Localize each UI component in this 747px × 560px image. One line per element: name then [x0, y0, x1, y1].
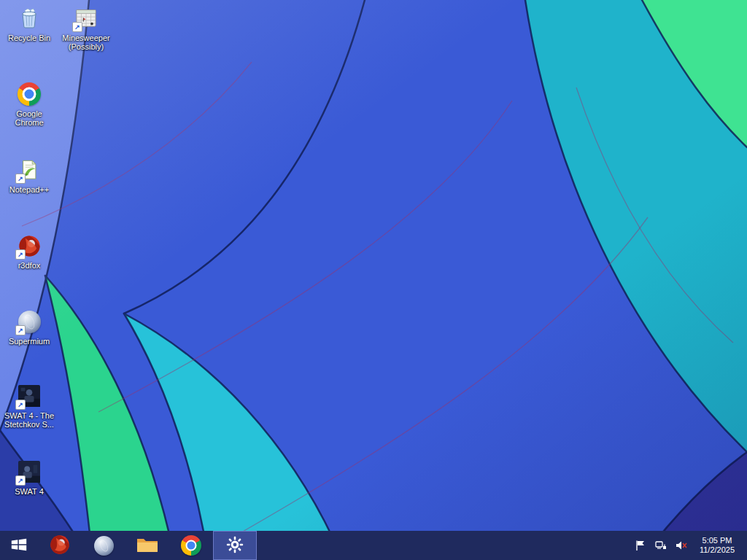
taskbar-clock[interactable]: 5:05 PM 11/2/2025 [694, 536, 740, 555]
desktop-icon-r3dfox[interactable]: ↗ r3dfox [1, 233, 57, 270]
taskbar-item-chrome[interactable] [169, 531, 213, 560]
desktop-icon-label: Minesweeper (Possibly) [59, 34, 113, 51]
desktop-icon-label: r3dfox [18, 261, 41, 270]
volume-muted-icon[interactable] [674, 531, 689, 560]
wallpaper-balloon [0, 0, 747, 560]
shortcut-arrow-icon: ↗ [72, 22, 82, 32]
shortcut-arrow-icon: ↗ [15, 174, 26, 184]
minesweeper-icon: ↗ [74, 6, 98, 31]
settings-gear-icon [226, 536, 244, 556]
shortcut-arrow-icon: ↗ [15, 475, 26, 486]
taskbar-item-settings[interactable] [213, 531, 257, 560]
chrome-icon [181, 535, 201, 556]
desktop-icon-minesweeper[interactable]: ↗ Minesweeper (Possibly) [58, 6, 114, 51]
supermium-globe-icon [94, 536, 114, 556]
taskbar-item-file-explorer[interactable] [125, 531, 169, 560]
windows-logo-icon [9, 535, 28, 556]
desktop-icon-label: SWAT 4 [15, 487, 44, 496]
action-center-flag-icon[interactable] [633, 531, 648, 560]
notepad-plus-plus-icon: ↗ [17, 158, 42, 182]
chrome-icon [17, 82, 42, 106]
taskbar-item-r3dfox[interactable] [38, 531, 82, 560]
file-explorer-folder-icon [136, 536, 158, 556]
desktop-icon-google-chrome[interactable]: Google Chrome [1, 82, 57, 127]
desktop-icon-label: Google Chrome [2, 109, 56, 127]
taskbar-item-supermium[interactable] [82, 531, 125, 560]
recycle-bin-icon [17, 6, 42, 31]
desktop-icon-notepad-plus-plus[interactable]: ↗ Notepad++ [1, 158, 57, 194]
r3dfox-icon [50, 534, 70, 557]
taskbar: 5:05 PM 11/2/2025 [0, 531, 747, 560]
shortcut-arrow-icon: ↗ [15, 249, 26, 260]
system-tray: 5:05 PM 11/2/2025 [633, 531, 747, 560]
shortcut-arrow-icon: ↗ [15, 325, 26, 335]
desktop-icon-supermium[interactable]: ↗ Supermium [1, 309, 57, 346]
r3dfox-icon: ↗ [17, 233, 42, 258]
wallpaper-lighting-overlay [0, 0, 747, 560]
desktop-icon-label: Supermium [9, 337, 50, 346]
desktop-icon-label: Recycle Bin [8, 34, 50, 42]
network-icon[interactable] [654, 531, 668, 560]
desktop-icon-label: SWAT 4 - The Stetchkov S... [2, 411, 56, 429]
start-button[interactable] [0, 531, 38, 560]
clock-time: 5:05 PM [694, 536, 740, 545]
supermium-globe-icon: ↗ [17, 309, 42, 334]
desktop-icon-recycle-bin[interactable]: Recycle Bin [1, 6, 57, 42]
clock-date: 11/2/2025 [694, 545, 740, 555]
shortcut-arrow-icon: ↗ [15, 400, 26, 410]
swat4-stetchkov-icon: ↗ [17, 384, 42, 408]
desktop-icon-swat4-stetchkov[interactable]: ↗ SWAT 4 - The Stetchkov S... [1, 384, 57, 429]
desktop-icon-swat4[interactable]: ↗ SWAT 4 [1, 459, 57, 496]
swat4-icon: ↗ [17, 459, 42, 484]
desktop-icon-label: Notepad++ [9, 185, 49, 194]
